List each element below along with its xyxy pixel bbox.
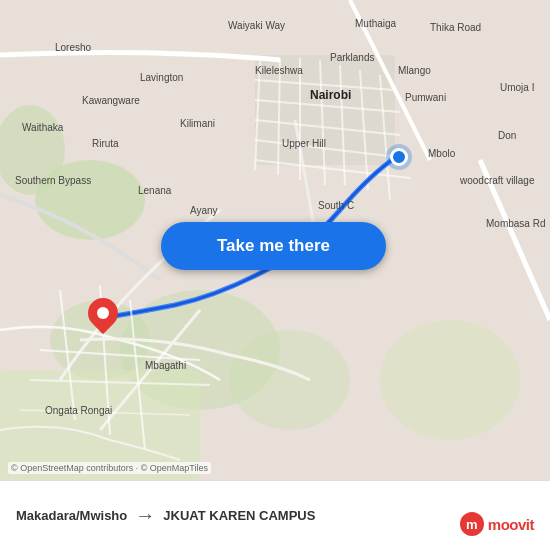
svg-point-6 [230,330,350,430]
moovit-text: moovit [488,516,534,533]
origin-marker [390,148,408,166]
moovit-icon: m [460,512,484,536]
route-info: Makadara/Mwisho → JKUAT KAREN CAMPUS [16,504,534,527]
destination-pin [88,298,118,334]
route-row: Makadara/Mwisho → JKUAT KAREN CAMPUS [16,504,534,527]
map-container: MuthaigaThika RoadWaiyaki WayLoreshoPark… [0,0,550,480]
map-attribution: © OpenStreetMap contributors · © OpenMap… [8,462,211,474]
moovit-logo: m moovit [460,512,534,536]
route-from: Makadara/Mwisho [16,508,127,523]
route-arrow: → [135,504,155,527]
bottom-bar: Makadara/Mwisho → JKUAT KAREN CAMPUS m m… [0,480,550,550]
route-to: JKUAT KAREN CAMPUS [163,508,315,523]
svg-point-7 [380,320,520,440]
take-me-there-button[interactable]: Take me there [161,222,386,270]
